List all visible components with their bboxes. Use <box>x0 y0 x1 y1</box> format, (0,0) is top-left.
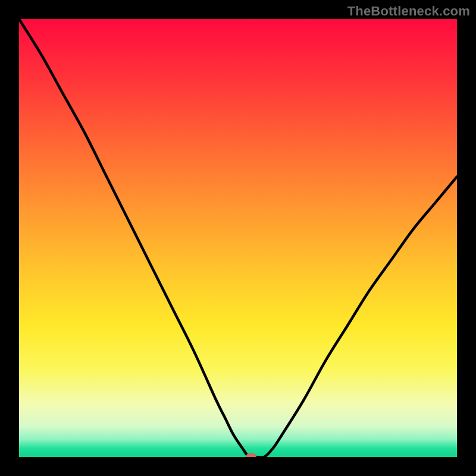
chart-frame: TheBottleneck.com <box>0 0 476 476</box>
plot-area <box>19 19 457 457</box>
bottleneck-curve-svg <box>19 19 457 457</box>
attribution-text: TheBottleneck.com <box>347 4 470 19</box>
bottleneck-curve <box>19 19 457 457</box>
optimal-point-marker <box>246 453 256 457</box>
